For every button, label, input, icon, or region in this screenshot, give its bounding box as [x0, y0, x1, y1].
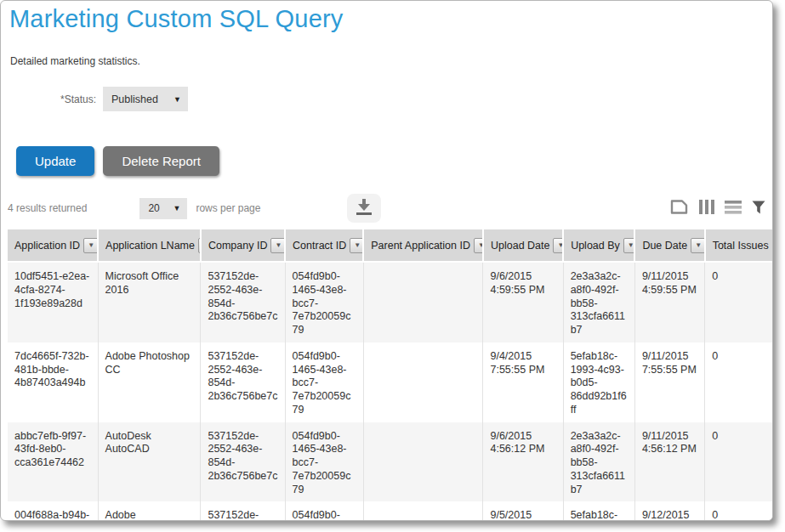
filter-icon [752, 201, 765, 217]
table-cell: 10df5451-e2ea-4cfa-8274-1f193e89a28d [8, 262, 98, 342]
results-table-wrap: Application ID▼Application LName▼Company… [8, 229, 772, 521]
column-menu-button[interactable]: ▼ [553, 238, 563, 253]
table-cell: AutoDesk AutoCAD [98, 422, 201, 502]
rows-per-page-label: rows per page [196, 202, 260, 214]
table-row: 7dc4665f-732b-481b-bbde-4b87403a494bAdob… [8, 342, 772, 422]
column-header-label: Application ID [14, 240, 80, 252]
table-cell: 054fd9b0-1465-43e8-bcc7-7e7b20059c79 [285, 501, 363, 521]
column-menu-button[interactable]: ▼ [691, 238, 704, 253]
table-cell: 9/5/2015 3:15:27 AM [483, 501, 563, 521]
table-cell: abbc7efb-9f97-43fd-8eb0-cca361e74462 [8, 422, 98, 502]
table-cell: 054fd9b0-1465-43e8-bcc7-7e7b20059c79 [285, 342, 363, 422]
table-cell: 0 [705, 422, 772, 502]
table-cell: 0 [705, 262, 772, 342]
filter-button[interactable] [752, 201, 765, 217]
table-cell: 5efab18c-1993-4c93-b0d5-86dd92b1f6ff [563, 501, 634, 521]
page-size-value: 20 [148, 202, 159, 214]
column-header: Application ID▼ [8, 229, 98, 262]
table-cell: 054fd9b0-1465-43e8-bcc7-7e7b20059c79 [285, 262, 363, 342]
column-header-label: Upload By [571, 240, 620, 252]
table-cell [363, 262, 483, 342]
table-cell [363, 422, 483, 502]
table-cell: 5efab18c-1993-4c93-b0d5-86dd92b1f6ff [563, 342, 634, 422]
column-header: Total Issues▼ [705, 229, 772, 262]
column-header-label: Company ID [208, 240, 267, 252]
table-row: abbc7efb-9f97-43fd-8eb0-cca361e74462Auto… [8, 422, 772, 502]
column-menu-button[interactable]: ▼ [83, 238, 98, 253]
column-menu-button[interactable]: ▼ [350, 238, 363, 253]
table-cell: 537152de-2552-463e-854d-2b36c756be7c [201, 342, 285, 422]
results-table: Application ID▼Application LName▼Company… [8, 229, 772, 521]
rows-view-button[interactable] [725, 201, 742, 217]
columns-icon [699, 200, 714, 217]
table-cell: 537152de-2552-463e-854d-2b36c756be7c [201, 262, 285, 342]
table-row: 10df5451-e2ea-4cfa-8274-1f193e89a28dMicr… [8, 262, 772, 342]
table-cell: Adobe Dreamweaver CC [98, 501, 201, 521]
action-buttons: Update Delete Report [16, 146, 772, 176]
page-container: Marketing Custom SQL Query Detailed mark… [0, 0, 773, 521]
table-cell: 2e3a3a2c-a8f0-492f-bb58-313cfa6611b7 [563, 262, 634, 342]
column-header-label: Due Date [642, 240, 687, 252]
table-cell: Adobe Photoshop CC [98, 342, 201, 422]
export-page-button[interactable] [669, 199, 689, 218]
column-header: Application LName▼ [98, 229, 201, 262]
column-header: Upload By▼ [563, 229, 634, 262]
column-menu-button[interactable]: ▼ [270, 238, 285, 253]
rows-icon [725, 201, 742, 217]
update-button[interactable]: Update [16, 146, 94, 176]
column-menu-button[interactable]: ▼ [623, 238, 635, 253]
table-cell: 0 [705, 501, 772, 521]
column-header-label: Upload Date [491, 240, 550, 252]
table-cell: 2e3a3a2c-a8f0-492f-bb58-313cfa6611b7 [563, 422, 634, 502]
status-select-value: Published [111, 93, 158, 105]
column-menu-button[interactable]: ▼ [474, 238, 483, 253]
table-cell: 7dc4665f-732b-481b-bbde-4b87403a494b [8, 342, 98, 422]
results-count: 4 results returned [8, 202, 87, 214]
column-header-label: Total Issues [713, 240, 769, 252]
status-row: *Status: Published ▼ [1, 87, 772, 111]
page-title: Marketing Custom SQL Query [9, 5, 772, 33]
table-cell: 9/6/2015 4:59:55 PM [483, 262, 563, 342]
table-cell [363, 342, 483, 422]
download-button[interactable] [347, 194, 381, 223]
page-icon [669, 199, 689, 218]
table-cell: 537152de-2552-463e-854d-2b36c756be7c [201, 501, 285, 521]
chevron-down-icon: ▼ [173, 204, 180, 212]
page-size-select[interactable]: 20 ▼ [139, 198, 187, 219]
column-header-label: Application LName [105, 240, 195, 252]
table-cell: Microsoft Office 2016 [98, 262, 201, 342]
results-toolbar: 4 results returned 20 ▼ rows per page [8, 194, 765, 223]
status-select[interactable]: Published ▼ [103, 87, 188, 111]
table-cell: 9/12/2015 3:15:27 AM [634, 501, 704, 521]
table-cell: 0 [705, 342, 772, 422]
table-cell: 9/11/2015 4:56:12 PM [634, 422, 704, 502]
column-header: Upload Date▼ [483, 229, 563, 262]
column-header: Due Date▼ [634, 229, 704, 262]
table-cell: 004f688a-b94b-4ccf-86de-e4b9cbbb9cde [8, 501, 98, 521]
table-cell: 054fd9b0-1465-43e8-bcc7-7e7b20059c79 [285, 422, 363, 502]
page-subtitle: Detailed marketing statistics. [10, 55, 772, 67]
table-cell: 537152de-2552-463e-854d-2b36c756be7c [201, 422, 285, 502]
table-cell [363, 501, 483, 521]
column-header-label: Parent Application ID [371, 240, 470, 252]
chevron-down-icon: ▼ [173, 95, 181, 104]
table-view-icons [669, 199, 765, 218]
table-cell: 9/4/2015 7:55:55 PM [483, 342, 563, 422]
column-header: Parent Application ID▼ [363, 229, 483, 262]
table-row: 004f688a-b94b-4ccf-86de-e4b9cbbb9cdeAdob… [8, 501, 772, 521]
column-header: Contract ID▼ [285, 229, 363, 262]
download-icon [355, 199, 373, 218]
table-header-row: Application ID▼Application LName▼Company… [8, 229, 772, 262]
delete-report-button[interactable]: Delete Report [103, 146, 219, 176]
columns-view-button[interactable] [699, 200, 714, 217]
column-header-label: Contract ID [293, 240, 346, 252]
status-label: *Status: [1, 93, 96, 105]
table-cell: 9/6/2015 4:56:12 PM [483, 422, 563, 502]
table-cell: 9/11/2015 7:55:55 PM [634, 342, 704, 422]
column-header: Company ID▼ [201, 229, 285, 262]
table-cell: 9/11/2015 4:59:55 PM [634, 262, 704, 342]
